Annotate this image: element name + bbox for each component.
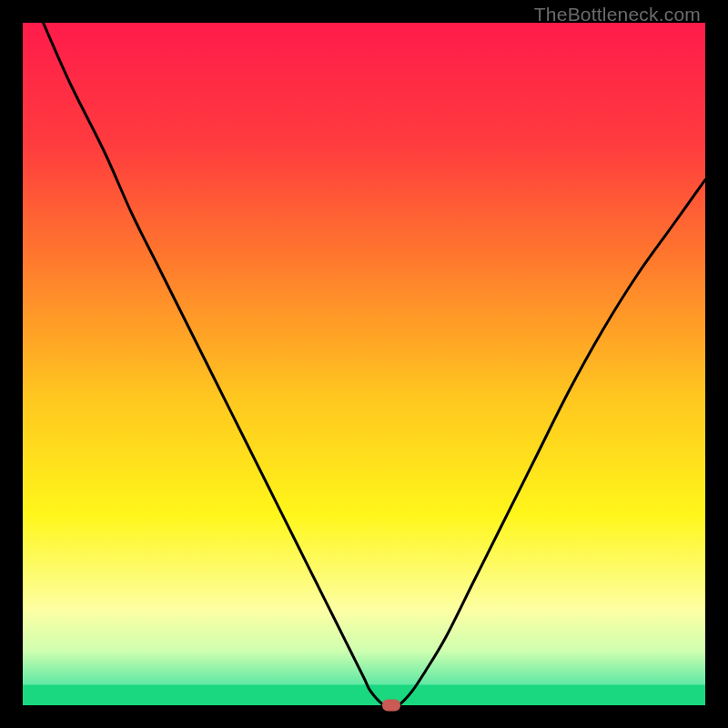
- watermark-text: TheBottleneck.com: [534, 4, 701, 25]
- chart-svg: [23, 23, 705, 705]
- chart-marker: [382, 700, 400, 712]
- chart-background: [23, 23, 705, 705]
- chart-frame: [23, 23, 705, 705]
- chart-green-band: [23, 685, 705, 706]
